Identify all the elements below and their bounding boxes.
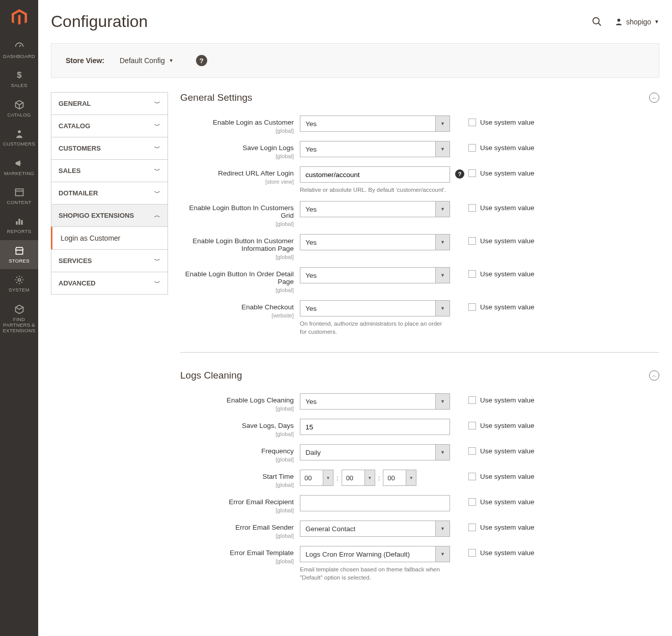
select-input[interactable]: General Contact▼ (300, 521, 450, 537)
use-system-checkbox[interactable] (468, 237, 476, 245)
collapse-icon[interactable]: ︿ (649, 370, 659, 381)
nav-item-customers[interactable]: CUSTOMERS (0, 123, 38, 152)
time-select[interactable]: 00▼ (300, 470, 333, 486)
use-system-checkbox[interactable] (468, 498, 476, 506)
select-input[interactable]: Yes▼ (300, 115, 450, 132)
time-select[interactable]: 00▼ (342, 470, 375, 486)
help-icon[interactable]: ? (196, 55, 207, 66)
use-system-label[interactable]: Use system value (480, 473, 535, 480)
collapse-icon[interactable]: ︿ (649, 93, 659, 103)
logo[interactable] (0, 0, 38, 36)
field-scope: [global] (180, 128, 294, 134)
nav-item-dashboard[interactable]: DASHBOARD (0, 36, 38, 65)
use-system-checkbox[interactable] (468, 144, 476, 152)
use-system-label[interactable]: Use system value (480, 422, 535, 429)
nav-item-system[interactable]: SYSTEM (0, 269, 38, 298)
chevron-down-icon: ﹀ (154, 144, 160, 153)
tree-item-catalog[interactable]: CATALOG﹀ (51, 114, 168, 137)
layout-icon (14, 187, 24, 197)
caret-down-icon: ▼ (435, 521, 450, 536)
use-system-label[interactable]: Use system value (480, 237, 535, 245)
text-input[interactable] (300, 166, 450, 183)
tree-item-sales[interactable]: SALES﹀ (51, 159, 168, 182)
nav-item-find-partners-extensions[interactable]: FIND PARTNERS & EXTENSIONS (0, 299, 38, 339)
dashboard-icon (14, 41, 24, 51)
field-scope: [global] (180, 287, 294, 293)
field-row: Enable Logs Cleaning [global] Yes▼ Use s… (180, 393, 659, 412)
nav-item-marketing[interactable]: MARKETING (0, 153, 38, 182)
config-content: General Settings ︿ Enable Login as Custo… (180, 92, 659, 615)
use-system-checkbox[interactable] (468, 169, 476, 177)
nav-item-content[interactable]: CONTENT (0, 182, 38, 211)
nav-item-catalog[interactable]: CATALOG (0, 94, 38, 123)
caret-down-icon: ▼ (435, 445, 450, 460)
tree-item-general[interactable]: GENERAL﹀ (51, 92, 168, 115)
use-system-label[interactable]: Use system value (480, 204, 535, 212)
select-input[interactable]: Yes▼ (300, 267, 450, 283)
user-menu[interactable]: shopigo ▼ (614, 17, 659, 26)
nav-item-sales[interactable]: $SALES (0, 65, 38, 94)
chevron-down-icon: ﹀ (154, 166, 160, 175)
field-label: Start Time (180, 473, 294, 480)
use-system-label[interactable]: Use system value (480, 169, 535, 177)
select-input[interactable]: Yes▼ (300, 393, 450, 410)
use-system-label[interactable]: Use system value (480, 447, 535, 455)
tree-item-services[interactable]: SERVICES﹀ (51, 249, 168, 272)
chevron-down-icon: ﹀ (154, 189, 160, 197)
use-system-label[interactable]: Use system value (480, 396, 535, 404)
text-input[interactable] (300, 419, 450, 435)
time-select[interactable]: 00▼ (383, 470, 416, 486)
use-system-checkbox[interactable] (468, 270, 476, 278)
field-scope: [global] (180, 482, 294, 488)
nav-item-stores[interactable]: STORES (0, 240, 38, 269)
tooltip-icon[interactable]: ? (455, 169, 464, 179)
nav-item-reports[interactable]: REPORTS (0, 211, 38, 240)
use-system-checkbox[interactable] (468, 119, 476, 126)
tree-item-shopigo-extensions[interactable]: SHOPIGO EXTENSIONS︿ (51, 204, 168, 227)
use-system-checkbox[interactable] (468, 396, 476, 404)
field-row: Frequency [global] Daily▼ Use system val… (180, 444, 659, 462)
caret-down-icon: ▼ (435, 201, 450, 217)
use-system-label[interactable]: Use system value (480, 144, 535, 152)
use-system-checkbox[interactable] (468, 524, 476, 531)
select-input[interactable]: Yes▼ (300, 141, 450, 157)
tree-item-customers[interactable]: CUSTOMERS﹀ (51, 137, 168, 160)
use-system-label[interactable]: Use system value (480, 119, 535, 126)
use-system-label[interactable]: Use system value (480, 498, 535, 506)
field-scope: [store view] (180, 179, 294, 185)
select-input[interactable]: Yes▼ (300, 300, 450, 316)
caret-down-icon: ▼ (435, 268, 450, 283)
store-view-bar: Store View: Default Config ▼ ? (51, 43, 659, 78)
field-row: Error Email Recipient [global] Use syste… (180, 495, 659, 513)
use-system-label[interactable]: Use system value (480, 303, 535, 311)
use-system-checkbox[interactable] (468, 303, 476, 311)
select-input[interactable]: Daily▼ (300, 444, 450, 460)
section-title: Logs Cleaning (180, 370, 242, 381)
tree-item-advanced[interactable]: ADVANCED﹀ (51, 272, 168, 295)
select-input[interactable]: Logs Cron Error Warning (Default)▼ (300, 546, 450, 562)
text-input[interactable] (300, 495, 450, 511)
select-input[interactable]: Yes▼ (300, 201, 450, 217)
use-system-checkbox[interactable] (468, 204, 476, 212)
use-system-label[interactable]: Use system value (480, 270, 535, 278)
select-input[interactable]: Yes▼ (300, 234, 450, 250)
store-view-selector[interactable]: Default Config ▼ (120, 56, 174, 65)
caret-down-icon: ▼ (169, 58, 174, 63)
bars-icon (14, 216, 24, 226)
caret-down-icon: ▼ (435, 116, 450, 131)
caret-down-icon: ▼ (406, 470, 416, 485)
use-system-checkbox[interactable] (468, 422, 476, 429)
puzzle-icon (14, 304, 24, 314)
box-icon (14, 100, 24, 110)
use-system-checkbox[interactable] (468, 473, 476, 480)
tree-sub-login-as-customer[interactable]: Login as Customer (51, 226, 168, 250)
use-system-label[interactable]: Use system value (480, 524, 535, 531)
use-system-checkbox[interactable] (468, 447, 476, 455)
field-label: Save Login Logs (180, 144, 294, 152)
field-label: Enable Login as Customer (180, 119, 294, 126)
tree-item-dotmailer[interactable]: DOTMAILER﹀ (51, 182, 168, 205)
use-system-label[interactable]: Use system value (480, 549, 535, 557)
search-icon[interactable] (592, 16, 602, 27)
svg-rect-6 (16, 221, 17, 225)
use-system-checkbox[interactable] (468, 549, 476, 557)
